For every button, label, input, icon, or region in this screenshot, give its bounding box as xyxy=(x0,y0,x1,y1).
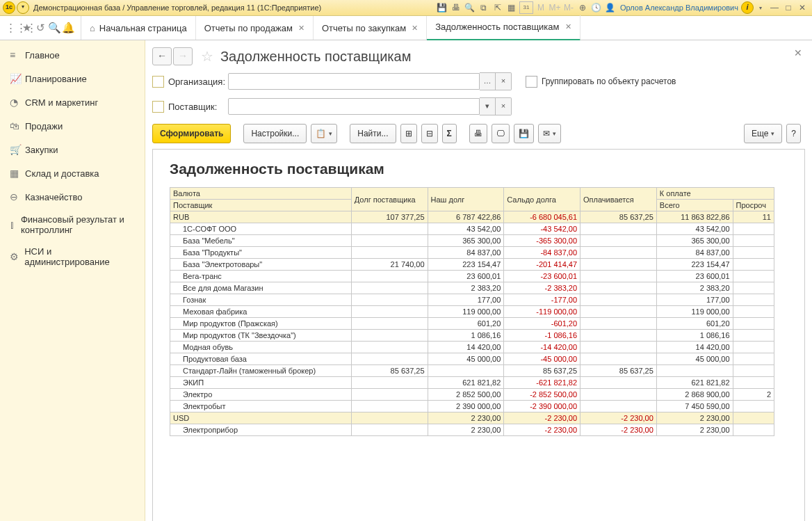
bell-icon[interactable]: 🔔 xyxy=(61,22,75,34)
variants-button[interactable]: 📋▾ xyxy=(311,124,337,143)
sidebar-icon: 📈 xyxy=(10,73,25,84)
tab-home[interactable]: ⌂ Начальная страница xyxy=(81,16,196,40)
org-filter-checkbox[interactable] xyxy=(152,76,164,88)
table-row[interactable]: База "Электротовары"21 740,00223 154,47-… xyxy=(170,259,774,271)
table-row[interactable]: База "Продукты"84 837,00-84 837,0084 837… xyxy=(170,247,774,259)
sidebar-icon: ⫿ xyxy=(10,220,21,230)
sum-button[interactable]: Σ xyxy=(442,124,457,143)
sidebar-item-4[interactable]: 🛒Закупки xyxy=(0,138,145,161)
table-row[interactable]: Вега-транс23 600,01-23 600,0123 600,01 xyxy=(170,271,774,282)
sidebar-item-8[interactable]: ⚙НСИ и администрирование xyxy=(0,241,145,273)
supplier-dropdown-button[interactable]: ▾ xyxy=(480,97,496,115)
history-icon[interactable]: ↺ xyxy=(33,22,47,34)
send-button[interactable]: ✉▾ xyxy=(538,124,561,143)
memory-mplus-icon[interactable]: M+ xyxy=(549,2,561,13)
compare-icon[interactable]: ⧉ xyxy=(478,2,490,13)
table-row[interactable]: Мир продуктов (ТК "Звездочка")1 086,16-1… xyxy=(170,330,774,342)
supplier-filter-input[interactable] xyxy=(228,98,480,115)
col-saldo: Сальдо долга xyxy=(504,188,580,211)
tab-bar: ⋮⋮⋮ ★ ↺ 🔍 🔔 ⌂ Начальная страница Отчеты … xyxy=(0,16,812,40)
nav-back-button[interactable]: ← xyxy=(152,47,172,65)
sidebar-icon: ◔ xyxy=(10,97,25,108)
page-title: Задолженность поставщикам xyxy=(220,49,411,65)
close-icon[interactable]: ✕ xyxy=(412,24,418,33)
print-preview-button[interactable]: 🖵 xyxy=(492,124,510,143)
search-icon[interactable]: 🔍 xyxy=(47,22,61,34)
group-row[interactable]: −RUB107 377,256 787 422,86-6 680 045,618… xyxy=(170,211,774,223)
star-icon[interactable]: ★ xyxy=(19,22,33,34)
close-icon[interactable]: ✕ xyxy=(298,24,304,33)
memory-m-icon[interactable]: M xyxy=(535,2,547,13)
org-filter-input[interactable] xyxy=(228,73,480,90)
supplier-filter-checkbox[interactable] xyxy=(152,101,164,113)
current-user[interactable]: Орлов Александр Владимирович xyxy=(620,3,738,12)
sidebar-item-1[interactable]: 📈Планирование xyxy=(0,67,145,90)
favorites-icon[interactable]: 🕓 xyxy=(590,2,603,13)
collapse-all-button[interactable]: ⊟ xyxy=(421,124,438,143)
report-title: Задолженность поставщикам xyxy=(170,161,796,177)
sidebar-icon: ▦ xyxy=(10,168,25,179)
report-area[interactable]: Задолженность поставщикам ВалютаДолг пос… xyxy=(152,149,805,521)
table-row[interactable]: Электро2 852 500,00-2 852 500,002 868 90… xyxy=(170,389,774,401)
table-row[interactable]: 1С-СОФТ ООО43 542,00-43 542,0043 542,00 xyxy=(170,223,774,235)
close-page-button[interactable]: ✕ xyxy=(794,47,802,58)
form-report-button[interactable]: Сформировать xyxy=(152,124,231,143)
close-icon[interactable]: ✕ xyxy=(565,22,571,31)
tab-sales-reports[interactable]: Отчеты по продажам✕ xyxy=(196,16,314,40)
sidebar-item-2[interactable]: ◔CRM и маркетинг xyxy=(0,90,145,114)
table-row[interactable]: Модная обувь14 420,00-14 420,0014 420,00 xyxy=(170,342,774,353)
preview-icon[interactable]: 🔍 xyxy=(464,2,476,13)
info-icon[interactable]: i xyxy=(741,1,754,14)
calendar-icon[interactable]: 31 xyxy=(519,1,533,14)
settings-button[interactable]: Настройки... xyxy=(243,124,307,143)
calculator-icon[interactable]: ▦ xyxy=(505,2,518,13)
group-by-object-checkbox[interactable] xyxy=(526,76,537,88)
favorite-toggle-icon[interactable]: ☆ xyxy=(201,48,213,65)
print-icon[interactable]: 🖶 xyxy=(450,2,462,13)
sidebar-item-7[interactable]: ⫿Финансовый результат и контроллинг xyxy=(0,209,145,241)
find-button[interactable]: Найти... xyxy=(350,124,396,143)
sidebar-icon: ⚙ xyxy=(10,252,24,262)
nav-forward-button[interactable]: → xyxy=(173,47,193,65)
zoom-icon[interactable]: ⊕ xyxy=(576,2,589,13)
sidebar-item-label: НСИ и администрирование xyxy=(24,246,135,267)
minimize-button[interactable]: — xyxy=(768,2,781,13)
table-row[interactable]: Стандарт-Лайн (таможенный брокер)85 637,… xyxy=(170,365,774,377)
table-row[interactable]: Электроприбор2 230,00-2 230,00-2 230,002… xyxy=(170,424,774,436)
info-dropdown-icon[interactable]: ▾ xyxy=(754,2,767,13)
sidebar-item-0[interactable]: ≡Главное xyxy=(0,43,145,67)
sidebar-item-label: Продажи xyxy=(25,121,63,131)
col-our-debt: Наш долг xyxy=(428,188,504,211)
app-menu-dropdown[interactable]: ▾ xyxy=(17,1,29,14)
tab-supplier-debt[interactable]: Задолженность поставщикам✕ xyxy=(427,15,580,41)
table-row[interactable]: Продуктовая база45 000,00-45 000,0045 00… xyxy=(170,353,774,365)
sidebar-icon: ⊖ xyxy=(10,191,25,202)
org-select-button[interactable]: … xyxy=(480,72,496,90)
sidebar-item-5[interactable]: ▦Склад и доставка xyxy=(0,161,145,185)
table-row[interactable]: Меховая фабрика119 000,00-119 000,00119 … xyxy=(170,306,774,318)
memory-mminus-icon[interactable]: M- xyxy=(562,2,575,13)
table-row[interactable]: Электробыт2 390 000,00-2 390 000,007 450… xyxy=(170,401,774,412)
table-row[interactable]: База "Мебель"365 300,00-365 300,00365 30… xyxy=(170,235,774,247)
print-button[interactable]: 🖶 xyxy=(469,124,487,143)
apps-grid-icon[interactable]: ⋮⋮⋮ xyxy=(6,22,19,34)
close-window-button[interactable]: ✕ xyxy=(796,2,809,13)
more-button[interactable]: Еще▾ xyxy=(744,124,782,143)
goto-icon[interactable]: ⇱ xyxy=(492,2,504,13)
expand-all-button[interactable]: ⊞ xyxy=(400,124,417,143)
tab-purchase-reports[interactable]: Отчеты по закупкам✕ xyxy=(314,16,427,40)
org-clear-button[interactable]: × xyxy=(496,72,512,90)
sidebar-item-3[interactable]: 🛍Продажи xyxy=(0,114,145,138)
help-button[interactable]: ? xyxy=(786,124,801,143)
sidebar-item-6[interactable]: ⊖Казначейство xyxy=(0,185,145,209)
save-icon[interactable]: 💾 xyxy=(436,2,448,13)
table-row[interactable]: Гознак177,00-177,00177,00 xyxy=(170,294,774,306)
maximize-button[interactable]: □ xyxy=(782,2,795,13)
col-total: Всего xyxy=(656,200,733,211)
supplier-clear-button[interactable]: × xyxy=(496,97,512,115)
group-row[interactable]: −USD2 230,00-2 230,00-2 230,002 230,00 xyxy=(170,412,774,424)
table-row[interactable]: Все для дома Магазин2 383,20-2 383,202 3… xyxy=(170,282,774,294)
table-row[interactable]: Мир продуктов (Пражская)601,20-601,20601… xyxy=(170,318,774,330)
save-button[interactable]: 💾 xyxy=(514,124,534,143)
table-row[interactable]: ЭКИП621 821,82-621 821,82621 821,82 xyxy=(170,377,774,389)
